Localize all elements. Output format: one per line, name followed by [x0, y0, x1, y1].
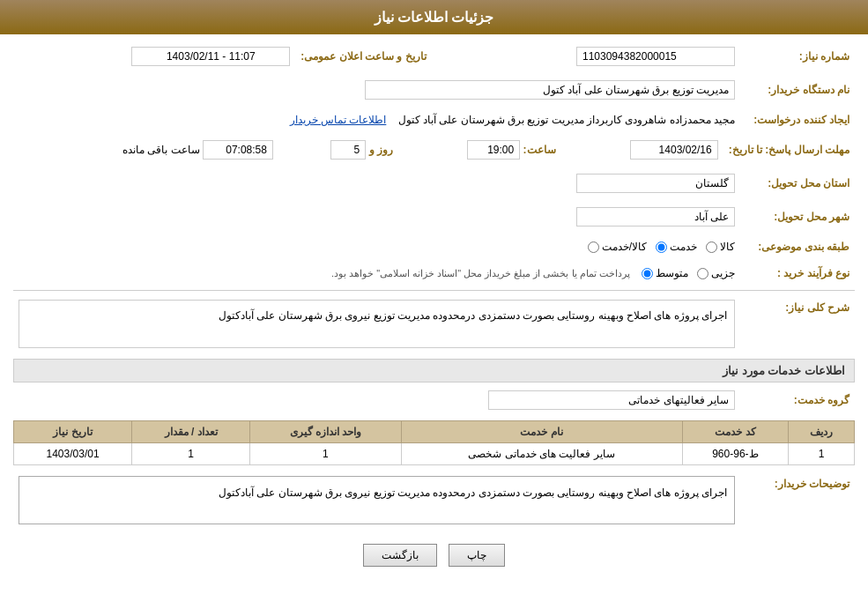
deadline-time-label: ساعت: [523, 144, 556, 156]
table-row: 1ط-96-960سایر فعالیت های خدماتی شخصی1114… [14, 443, 855, 465]
col-date: تاریخ نیاز [14, 421, 132, 443]
deadline-time: 19:00 [467, 140, 520, 160]
category-kala-khedmat-label: کالا/خدمت [602, 241, 647, 253]
creator-value: مجید محمدزاده شاهرودی کاربرداز مدیریت تو… [398, 114, 735, 126]
category-khedmat-radio[interactable] [656, 241, 667, 253]
col-count: تعداد / مقدار [132, 421, 250, 443]
narration-value: اجرای پروژه های اصلاح وبهینه روستایی بصو… [19, 300, 735, 348]
category-kala-radio[interactable] [706, 241, 717, 253]
deadline-label: مهلت ارسال پاسخ: تا تاریخ: [723, 137, 855, 163]
process-jozii-label: جزیی [711, 267, 735, 279]
process-jozii-radio[interactable] [697, 268, 708, 279]
province-value: گلستان [576, 174, 735, 193]
header-title: جزئیات اطلاعات نیاز [375, 10, 494, 25]
buyer-desc-label: توضیحات خریدار: [740, 472, 855, 528]
col-name: نام خدمت [401, 421, 682, 443]
date-value: 1403/02/11 - 11:07 [131, 47, 290, 66]
category-kala-khedmat-radio[interactable] [588, 241, 599, 253]
process-motevaset-label: متوسط [656, 267, 688, 279]
category-option-kala-khedmat[interactable]: کالا/خدمت [588, 241, 647, 253]
need-number-label: شماره نیاز: [740, 43, 855, 70]
buyer-desc-value: اجرای پروژه های اصلاح وبهینه روستایی بصو… [19, 476, 735, 524]
col-code: کد خدمت [682, 421, 789, 443]
deadline-remaining-label: ساعت باقی مانده [122, 144, 200, 156]
category-option-kala[interactable]: کالا [706, 241, 735, 253]
category-khedmat-label: خدمت [670, 241, 697, 253]
buyer-name-label: نام دستگاه خریدار: [740, 77, 855, 103]
back-button[interactable]: بازگشت [363, 544, 437, 567]
narration-label: شرح کلی نیاز: [740, 296, 855, 352]
city-label: شهر محل تحویل: [740, 204, 855, 230]
process-note: پرداخت تمام یا بخشی از مبلغ خریداز محل "… [331, 268, 630, 279]
category-label: طبقه بندی موضوعی: [740, 237, 855, 256]
deadline-remaining: 07:08:58 [203, 140, 273, 160]
service-group-value: سایر فعالیتهای خدماتی [488, 390, 735, 410]
city-value: علی آباد [576, 207, 735, 227]
col-index: ردیف [789, 421, 855, 443]
province-label: استان محل تحویل: [740, 170, 855, 197]
service-group-label: گروه خدمت: [740, 387, 855, 413]
category-radio-group: کالا خدمت کالا/خدمت [588, 241, 735, 253]
category-kala-label: کالا [720, 241, 735, 253]
date-label: تاریخ و ساعت اعلان عمومی: [295, 43, 431, 70]
buyer-name-value: مدیریت توزیع برق شهرستان علی آباد کتول [365, 80, 735, 100]
process-radio-group: جزیی متوسط [642, 267, 735, 279]
deadline-days: 5 [330, 140, 366, 160]
process-option-motevaset[interactable]: متوسط [642, 267, 688, 279]
col-unit: واحد اندازه گیری [250, 421, 402, 443]
process-option-jozii[interactable]: جزیی [697, 267, 735, 279]
process-motevaset-radio[interactable] [642, 268, 653, 279]
process-label: نوع فرآیند خرید : [740, 264, 855, 283]
creator-label: ایجاد کننده درخواست: [740, 110, 855, 130]
deadline-days-label: روز و [369, 144, 393, 156]
buttons-row: چاپ بازگشت [13, 535, 855, 576]
creator-link[interactable]: اطلاعات تماس خریدار [290, 114, 387, 126]
need-number-value: 1103094382000015 [576, 47, 735, 66]
print-button[interactable]: چاپ [449, 544, 505, 567]
services-header: اطلاعات خدمات مورد نیاز [13, 359, 855, 382]
category-option-khedmat[interactable]: خدمت [656, 241, 697, 253]
services-table: ردیف کد خدمت نام خدمت واحد اندازه گیری ت… [13, 420, 855, 465]
deadline-date: 1403/02/16 [630, 140, 718, 160]
page-header: جزئیات اطلاعات نیاز [0, 0, 868, 34]
